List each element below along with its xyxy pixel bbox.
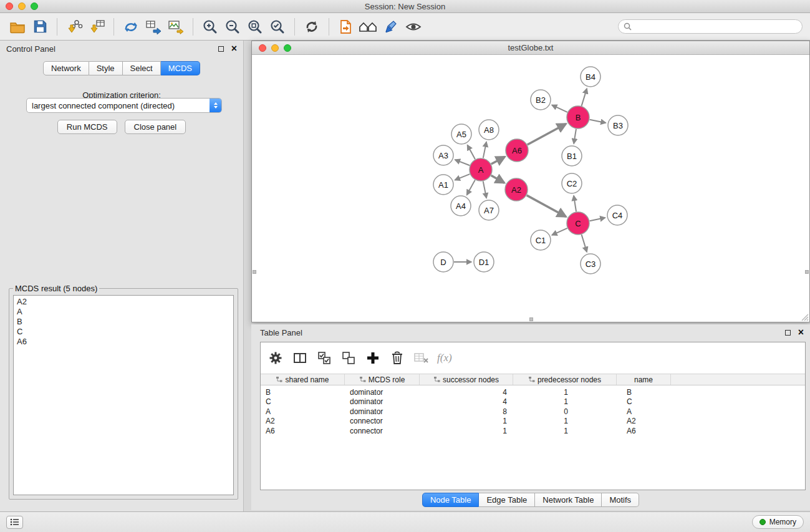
import-network-button[interactable] [63,17,85,37]
add-column-button[interactable] [364,349,382,367]
graph-node-B[interactable]: B [567,106,589,128]
zoom-out-button[interactable] [221,17,244,37]
select-all-button[interactable] [316,349,333,367]
graph-node-C2[interactable]: C2 [562,173,582,193]
new-network-from-selection-button[interactable] [120,17,142,37]
tab-node-table[interactable]: Node Table [422,493,480,507]
toggle-visibility-button[interactable] [402,17,425,37]
resize-corner-icon[interactable] [801,313,809,321]
column-header-successor-nodes[interactable]: successor nodes [420,374,513,385]
graph-node-A[interactable]: A [470,158,492,181]
search-input[interactable] [635,22,797,31]
export-image-button[interactable] [165,17,187,37]
tab-network-table[interactable]: Network Table [535,493,602,507]
graph-edge-B-B2[interactable] [552,105,567,112]
graph-node-A2[interactable]: A2 [505,178,528,201]
switch-document-button[interactable] [335,17,357,37]
tab-style[interactable]: Style [89,61,123,75]
tab-motifs[interactable]: Motifs [602,493,639,507]
result-item[interactable]: C [17,327,233,337]
close-network-button[interactable] [259,44,266,52]
graph-node-A7[interactable]: A7 [479,200,499,220]
graph-node-B1[interactable]: B1 [562,146,582,166]
function-builder-button[interactable]: f(x) [437,349,452,367]
graph-edge-A-A4[interactable] [467,180,475,195]
graph-edge-A-A7[interactable] [483,181,486,198]
graph-edge-A-A1[interactable] [455,174,470,180]
graph-node-A4[interactable]: A4 [451,196,471,216]
graph-node-A6[interactable]: A6 [506,139,528,162]
graph-node-A1[interactable]: A1 [433,175,453,195]
graph-node-B2[interactable]: B2 [531,90,551,110]
splitter-grip[interactable] [805,270,809,274]
table-settings-button[interactable] [267,349,284,367]
graph-edge-C-C3[interactable] [582,235,587,252]
close-panel-button[interactable]: Close panel [125,120,186,134]
column-header-predecessor-nodes[interactable]: predecessor nodes [513,374,617,385]
network-canvas[interactable]: B4B2BB3A5A8A6A3B1AC2A1A2A4A7C4CC1C3DD1 [252,56,809,322]
column-header-mcds-role[interactable]: MCDS role [345,374,420,385]
column-header-shared-name[interactable]: shared name [261,374,345,385]
close-table-panel-icon[interactable]: × [798,329,804,336]
graph-edge-A-A2[interactable] [491,175,504,183]
splitter-grip[interactable] [253,270,256,274]
zoom-in-button[interactable] [199,17,221,37]
graph-edge-A-A6[interactable] [491,157,505,164]
graph-edge-C-C4[interactable] [590,218,605,221]
graph-edge-B-B4[interactable] [582,89,587,106]
table-row[interactable]: Bdominator41B [261,387,805,397]
network-graph[interactable]: B4B2BB3A5A8A6A3B1AC2A1A2A4A7C4CC1C3DD1 [252,56,809,322]
graph-edge-B-B1[interactable] [574,129,576,143]
graph-node-D1[interactable]: D1 [474,252,494,272]
network-window-titlebar[interactable]: testGlobe.txt [252,41,809,55]
export-table-button[interactable] [142,17,165,37]
graph-node-A3[interactable]: A3 [433,145,453,165]
graph-edge-B-B3[interactable] [590,120,606,123]
graph-edge-A-A3[interactable] [455,160,470,165]
delete-table-button[interactable] [413,349,430,367]
run-mcds-button[interactable]: Run MCDS [57,120,117,134]
table-row[interactable]: Adominator80A [261,407,805,417]
memory-button[interactable]: Memory [752,515,804,529]
search-box[interactable] [618,19,803,34]
graph-edge-C-C1[interactable] [552,228,567,235]
result-item[interactable]: A [17,307,233,317]
float-panel-icon[interactable] [218,46,224,52]
save-session-button[interactable] [29,17,51,37]
tab-edge-table[interactable]: Edge Table [479,493,535,507]
graph-edge-C-C2[interactable] [574,196,576,211]
table-row[interactable]: A6connector11A6 [261,426,805,436]
graph-node-C1[interactable]: C1 [531,230,551,250]
result-item[interactable]: B [17,317,233,327]
graph-node-B4[interactable]: B4 [581,67,600,87]
close-window-button[interactable] [6,2,13,10]
graph-node-C3[interactable]: C3 [581,254,600,274]
graph-edge-A-A8[interactable] [483,142,486,158]
graph-edge-A-A5[interactable] [468,145,475,160]
deselect-all-button[interactable] [340,349,357,367]
column-header-name[interactable]: name [617,374,671,385]
graph-edge-A2-C[interactable] [527,195,566,216]
import-table-button[interactable] [85,17,108,37]
open-session-button[interactable] [6,17,29,37]
graph-node-B3[interactable]: B3 [608,115,628,135]
zoom-selected-button[interactable] [266,17,289,37]
graph-edge-A6-B[interactable] [528,123,566,144]
tab-select[interactable]: Select [123,61,161,75]
result-item[interactable]: A6 [17,337,233,347]
show-panels-button[interactable] [6,516,23,529]
mcds-result-list[interactable]: A2ABCA6 [13,295,234,495]
graph-node-D[interactable]: D [433,252,453,272]
graph-node-A8[interactable]: A8 [479,120,499,140]
table-row[interactable]: Cdominator41C [261,397,805,407]
tab-mcds[interactable]: MCDS [161,61,200,75]
table-row[interactable]: A2connector11A2 [261,417,805,427]
zoom-network-button[interactable] [284,44,291,52]
minimize-window-button[interactable] [18,2,26,10]
splitter-grip[interactable] [529,317,533,321]
close-panel-icon[interactable]: × [231,45,237,52]
minimize-network-button[interactable] [271,44,279,52]
delete-column-button[interactable] [388,349,406,367]
annotation-pen-button[interactable] [380,17,402,37]
float-table-panel-icon[interactable] [785,330,791,336]
